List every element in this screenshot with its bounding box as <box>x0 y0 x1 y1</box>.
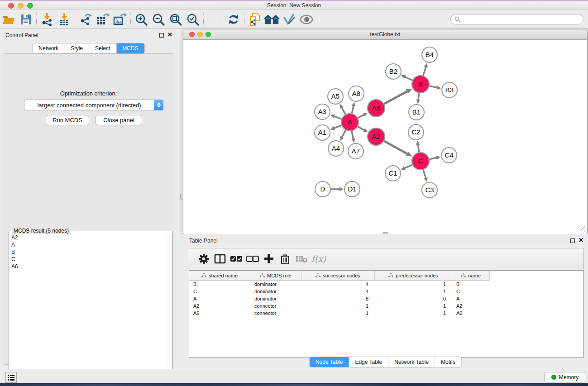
memory-status-icon <box>551 375 556 380</box>
toggle-panel-layout-button[interactable] <box>212 251 228 267</box>
search-input[interactable] <box>460 15 583 24</box>
export-network-button[interactable] <box>77 12 94 27</box>
export-image-button[interactable] <box>111 12 129 27</box>
graph-edge-arrowhead <box>416 99 421 104</box>
graph-edge-A-A7[interactable] <box>352 131 353 138</box>
graph-node-label: B3 <box>445 86 454 94</box>
graph-edge-C-C2[interactable] <box>418 145 419 152</box>
table-row[interactable]: A2connector11A2 <box>189 302 583 310</box>
close-panel-icon[interactable]: ✕ <box>578 237 583 243</box>
mcds-result-item[interactable]: A2 <box>10 234 166 241</box>
mcds-result-item[interactable]: B <box>10 248 166 256</box>
export-table-button[interactable] <box>94 12 111 27</box>
run-mcds-button[interactable]: Run MCDS <box>46 115 89 125</box>
tab-mcds[interactable]: MCDS <box>116 43 144 53</box>
add-column-button[interactable] <box>261 251 277 267</box>
column-header-MCDS-role[interactable]: MCDS role <box>250 271 301 281</box>
refresh-button[interactable] <box>225 12 242 27</box>
graph-edge-A-A6[interactable] <box>358 114 364 118</box>
column-header-shared-name[interactable]: shared name <box>189 271 250 281</box>
graph-edge-B-B1[interactable] <box>418 93 419 100</box>
table-cell: connector <box>250 302 301 310</box>
graph-edge-A-A5[interactable] <box>342 108 345 114</box>
validate-button[interactable] <box>281 12 298 27</box>
optimization-criterion-label: Optimization criterion: <box>4 90 173 97</box>
close-traffic-light-icon[interactable] <box>8 3 14 9</box>
graph-edge-B-B3[interactable] <box>430 86 437 87</box>
graph-edge-B-B4[interactable] <box>423 67 426 76</box>
mcds-result-item[interactable]: C <box>10 256 166 263</box>
import-network-button[interactable] <box>38 12 56 27</box>
open-session-button[interactable] <box>0 12 17 27</box>
close-panel-button[interactable]: Close panel <box>96 115 142 125</box>
tab-network[interactable]: Network <box>33 43 65 53</box>
tab-motifs[interactable]: Motifs <box>435 357 461 367</box>
graph-edge-A6-B[interactable] <box>384 91 407 104</box>
tab-network-table[interactable]: Network Table <box>388 357 435 367</box>
table-row[interactable]: Adominator80A <box>189 295 583 302</box>
graph-edge-B-B2[interactable] <box>405 77 412 80</box>
graph-node-label: C <box>418 157 423 165</box>
zoom-out-button[interactable] <box>150 12 167 27</box>
function-builder-button[interactable]: f(x) <box>310 251 326 267</box>
tab-edge-table[interactable]: Edge Table <box>349 357 388 367</box>
save-session-button[interactable] <box>17 12 34 27</box>
zoom-in-button[interactable] <box>133 12 150 27</box>
table-settings-button[interactable] <box>196 251 212 267</box>
graph-edge-A-A8[interactable] <box>352 106 353 114</box>
table-cell: 1 <box>375 310 452 317</box>
column-header-predecessor-nodes[interactable]: predecessor nodes <box>375 271 452 281</box>
mcds-result-list[interactable]: A2ABCA6 <box>10 234 166 386</box>
split-divider-handle[interactable] <box>180 194 183 200</box>
graph-edge-C-C3[interactable] <box>423 170 426 178</box>
close-panel-icon[interactable]: ✕ <box>167 31 172 38</box>
import-table-button[interactable] <box>56 12 73 27</box>
zoom-selected-button[interactable] <box>184 12 201 27</box>
mcds-result-item[interactable]: A <box>10 241 166 248</box>
graph-edge-A-A3[interactable] <box>335 116 342 119</box>
graph-edge-C-C4[interactable] <box>430 158 437 159</box>
network-window-title: testGlobe.txt <box>183 29 587 39</box>
tab-style[interactable]: Style <box>65 43 89 53</box>
tab-select[interactable]: Select <box>89 43 116 53</box>
graph-edge-A-A2[interactable] <box>358 127 364 130</box>
window-resize-grip[interactable] <box>580 226 586 233</box>
clone-network-button[interactable] <box>246 12 263 27</box>
delete-columns-button[interactable] <box>277 251 293 267</box>
node-table[interactable]: shared nameMCDS rolesuccessor nodesprede… <box>189 270 584 357</box>
network-canvas[interactable]: B4B2BB3A5A8A6B1A3AC2A1A2A4A7C4CC1C3DD1 <box>184 40 587 234</box>
minimize-traffic-light-icon[interactable] <box>18 3 24 9</box>
home-button[interactable] <box>263 12 281 27</box>
tab-node-table[interactable]: Node Table <box>310 357 349 367</box>
zoom-fit-icon <box>169 13 182 26</box>
task-history-button[interactable] <box>5 372 17 383</box>
show-hide-panels-button[interactable] <box>298 12 315 27</box>
network-window-titlebar[interactable]: testGlobe.txt <box>183 29 587 40</box>
delete-table-button[interactable] <box>293 251 310 267</box>
export-image-icon <box>113 13 127 26</box>
select-all-columns-button[interactable] <box>228 251 244 267</box>
column-header-name[interactable]: name <box>452 271 490 281</box>
graph-edge-A2-C[interactable] <box>384 141 407 154</box>
memory-button[interactable]: Memory <box>545 372 585 382</box>
float-panel-icon[interactable] <box>570 238 575 243</box>
zoom-traffic-light-icon[interactable] <box>27 3 33 9</box>
minimize-traffic-light-icon[interactable] <box>197 32 203 37</box>
table-cell: 4 <box>301 288 375 295</box>
zoom-fit-button[interactable] <box>167 12 184 27</box>
graph-edge-A-A1[interactable] <box>335 125 342 128</box>
table-row[interactable]: A6connector11A6 <box>189 310 583 317</box>
search-input-container[interactable] <box>450 14 583 24</box>
mcds-result-scrollbar[interactable] <box>166 234 172 386</box>
table-row[interactable]: Cdominator41C <box>189 288 583 295</box>
float-panel-icon[interactable] <box>159 33 164 38</box>
mcds-result-item[interactable]: A6 <box>10 263 166 270</box>
deselect-all-columns-button[interactable] <box>244 251 261 267</box>
table-row[interactable]: Bdominator41B <box>189 281 583 288</box>
criterion-dropdown[interactable]: largest connected component (directed) <box>24 100 163 110</box>
zoom-traffic-light-icon[interactable] <box>206 32 211 37</box>
graph-edge-C-C1[interactable] <box>405 165 412 168</box>
close-traffic-light-icon[interactable] <box>189 32 195 37</box>
graph-edge-A-A4[interactable] <box>342 130 345 137</box>
column-header-successor-nodes[interactable]: successor nodes <box>301 271 375 281</box>
